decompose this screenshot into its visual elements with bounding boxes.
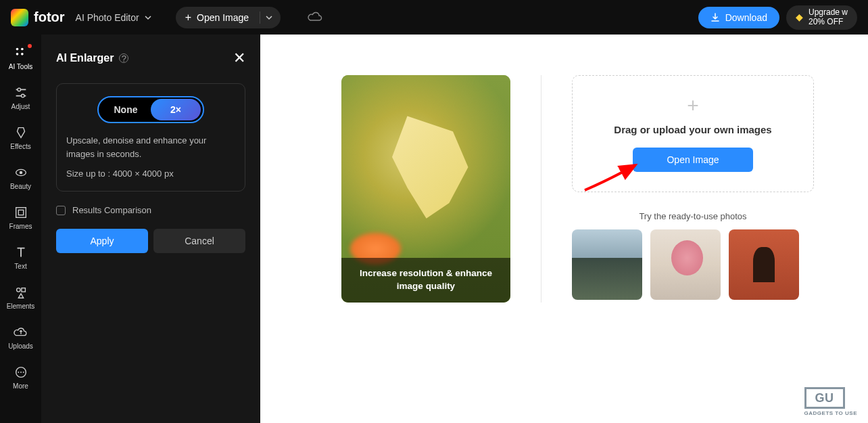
open-image-more-button[interactable] <box>260 12 272 24</box>
rail-label: Effects <box>10 143 30 150</box>
rail-label: Uploads <box>8 342 33 350</box>
watermark: GU GADGETS TO USE <box>804 387 857 416</box>
svg-point-2 <box>16 53 18 55</box>
toggle-2x[interactable]: 2× <box>151 99 201 120</box>
rail-item-uploads[interactable]: Uploads <box>0 322 41 353</box>
effects-icon <box>14 125 28 140</box>
sample-thumb-2[interactable] <box>650 229 721 300</box>
mode-label: AI Photo Editor <box>76 12 139 23</box>
more-icon <box>14 365 28 380</box>
frames-icon <box>14 205 28 220</box>
panel-size-info: Size up to : 4000 × 4000 px <box>66 169 235 179</box>
upload-prompt: Drag or upload your own images <box>614 124 771 135</box>
rail-item-effects[interactable]: Effects <box>0 123 41 153</box>
sample-thumb-3[interactable] <box>729 229 799 300</box>
svg-point-3 <box>21 53 24 55</box>
plus-icon: + <box>687 95 699 116</box>
close-panel-button[interactable]: ✕ <box>233 49 245 67</box>
svg-point-10 <box>16 288 20 292</box>
svg-point-15 <box>22 372 24 373</box>
ai-enlarger-panel: AI Enlarger ? ✕ None 2× Upscale, denoise… <box>41 35 260 423</box>
rail-item-beauty[interactable]: Beauty <box>0 162 41 193</box>
apply-button[interactable]: Apply <box>56 229 148 253</box>
svg-point-14 <box>20 372 22 373</box>
cloud-sync-button[interactable] <box>308 11 322 24</box>
left-rail: AI Tools Adjust Effects Beauty Frames Te… <box>0 35 41 423</box>
open-image-main-button[interactable]: Open Image <box>633 148 753 172</box>
main-canvas: Increase resolution & enhance image qual… <box>260 35 868 423</box>
sample-thumb-1[interactable] <box>572 229 642 300</box>
sample-caption: Increase resolution & enhance image qual… <box>341 258 510 303</box>
svg-point-0 <box>16 48 18 51</box>
svg-point-4 <box>17 88 20 91</box>
download-button[interactable]: Download <box>698 7 779 28</box>
svg-point-5 <box>21 94 24 97</box>
download-icon <box>710 13 720 22</box>
open-image-top-label: Open Image <box>197 12 249 23</box>
elements-icon <box>14 285 28 300</box>
open-image-top-button[interactable]: + Open Image <box>178 12 256 24</box>
rail-label: AI Tools <box>9 63 32 70</box>
svg-point-1 <box>21 48 24 51</box>
svg-point-13 <box>18 372 19 373</box>
brand-name: fotor <box>34 9 65 25</box>
adjust-icon <box>14 85 28 100</box>
svg-rect-11 <box>21 288 24 292</box>
text-icon <box>14 245 28 260</box>
uploads-icon <box>14 325 28 340</box>
chevron-down-icon <box>266 14 272 21</box>
rail-item-elements[interactable]: Elements <box>0 282 41 313</box>
brand-logo[interactable]: fotor <box>11 9 65 26</box>
info-icon[interactable]: ? <box>119 53 128 63</box>
upgrade-line1: Upgrade w <box>809 8 848 17</box>
svg-rect-8 <box>16 208 26 218</box>
rail-item-text[interactable]: Text <box>0 242 41 273</box>
cloud-icon <box>308 11 322 22</box>
vertical-divider <box>541 75 541 303</box>
try-photos-label: Try the ready-to-use photos <box>572 211 814 221</box>
logo-icon <box>11 9 28 26</box>
chevron-down-icon <box>145 14 151 21</box>
sample-preview[interactable]: Increase resolution & enhance image qual… <box>341 75 510 303</box>
diamond-icon: ◆ <box>796 12 803 22</box>
panel-title: AI Enlarger <box>56 52 114 64</box>
ai-tools-icon <box>14 45 28 60</box>
upgrade-button[interactable]: ◆ Upgrade w 20% OFF <box>786 5 857 30</box>
rail-label: Text <box>14 263 26 270</box>
rail-item-frames[interactable]: Frames <box>0 202 41 233</box>
download-label: Download <box>725 12 767 23</box>
rail-label: More <box>13 382 28 390</box>
beauty-icon <box>14 165 28 180</box>
results-comparison-checkbox[interactable] <box>56 206 66 215</box>
upgrade-line2: 20% OFF <box>809 18 843 26</box>
scale-toggle: None 2× <box>97 96 204 123</box>
mode-dropdown[interactable]: AI Photo Editor <box>76 12 151 23</box>
plus-icon: + <box>185 12 191 24</box>
rail-item-adjust[interactable]: Adjust <box>0 83 41 113</box>
rail-item-more[interactable]: More <box>0 362 41 393</box>
rail-label: Frames <box>9 223 32 230</box>
rail-label: Adjust <box>11 103 30 110</box>
notification-dot <box>28 44 32 48</box>
toggle-none[interactable]: None <box>101 99 151 120</box>
svg-point-7 <box>19 171 22 175</box>
panel-description: Upscale, denoise and enhance your images… <box>66 134 235 160</box>
rail-item-ai-tools[interactable]: AI Tools <box>0 43 41 73</box>
upload-dropzone[interactable]: + Drag or upload your own images Open Im… <box>572 75 814 192</box>
rail-label: Elements <box>7 303 35 310</box>
cancel-button[interactable]: Cancel <box>153 229 245 253</box>
svg-rect-9 <box>18 210 23 215</box>
rail-label: Beauty <box>10 183 31 190</box>
checkbox-label: Results Comparison <box>72 205 151 215</box>
